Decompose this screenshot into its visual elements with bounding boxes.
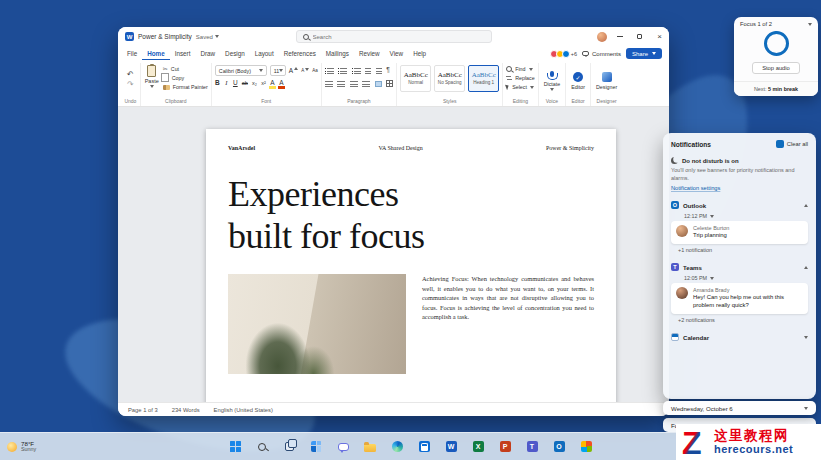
calendar-date-bar[interactable]: Wednesday, October 6	[663, 401, 816, 415]
cut-button[interactable]: ✂ Cut	[163, 66, 208, 72]
language-indicator[interactable]: English (United States)	[214, 407, 273, 413]
notification-settings-link[interactable]: Notification settings	[671, 185, 720, 191]
outlook-group-title[interactable]: Outlook	[683, 202, 800, 209]
tab-view[interactable]: View	[385, 48, 409, 60]
chat-button[interactable]	[334, 437, 352, 457]
designer-button[interactable]: Designer	[594, 71, 619, 90]
search-input[interactable]	[313, 34, 485, 40]
tab-help[interactable]: Help	[408, 48, 431, 60]
increase-indent-icon[interactable]	[376, 68, 382, 74]
strikethrough-button[interactable]: ab	[242, 81, 248, 87]
undo-icon[interactable]: ↶	[127, 71, 134, 80]
stop-audio-button[interactable]: Stop audio	[752, 62, 800, 74]
font-color-button[interactable]: A	[279, 80, 284, 87]
more-notifications-link[interactable]: +2 notifications	[678, 317, 808, 323]
redo-icon[interactable]: ↷	[127, 81, 134, 90]
notification-timestamp[interactable]: 12:05 PM	[684, 275, 808, 281]
change-case-button[interactable]: Aa	[312, 68, 318, 73]
justify-icon[interactable]	[362, 81, 370, 87]
tab-review[interactable]: Review	[354, 48, 385, 60]
coauthor-avatar[interactable]	[562, 50, 570, 58]
notification-timestamp[interactable]: 12:12 PM	[684, 213, 808, 219]
chevron-up-icon[interactable]	[804, 204, 808, 207]
outlook-taskbar-button[interactable]: O	[550, 437, 568, 457]
format-painter-button[interactable]: Format Painter	[163, 84, 208, 90]
font-size-select[interactable]: 11	[270, 65, 286, 76]
page-indicator[interactable]: Page 1 of 3	[128, 407, 158, 413]
weather-widget-button[interactable]: 78°F Sunny	[7, 440, 36, 453]
teams-group-title[interactable]: Teams	[683, 264, 800, 271]
bold-button[interactable]: B	[215, 80, 220, 87]
style-no-spacing[interactable]: AaBbCc No Spacing	[434, 65, 465, 92]
align-center-icon[interactable]	[337, 81, 345, 87]
font-name-select[interactable]: Calibri (Body)	[215, 65, 267, 76]
tab-layout[interactable]: Layout	[250, 48, 279, 60]
decrease-indent-icon[interactable]	[365, 68, 371, 74]
multilevel-list-icon[interactable]	[352, 68, 361, 74]
task-view-button[interactable]	[280, 437, 298, 457]
borders-icon[interactable]	[386, 80, 393, 87]
coauthor-overflow[interactable]: +6	[571, 51, 577, 57]
underline-button[interactable]: U	[233, 80, 238, 87]
style-normal[interactable]: AaBbCc Normal	[400, 65, 431, 92]
teams-taskbar-button[interactable]: T	[523, 437, 541, 457]
excel-taskbar-button[interactable]: X	[469, 437, 487, 457]
document-title[interactable]: Power & Simplicity	[138, 33, 192, 40]
calendar-group-title[interactable]: Calendar	[683, 334, 800, 341]
tab-home[interactable]: Home	[142, 48, 170, 60]
shading-icon[interactable]	[375, 81, 382, 87]
subscript-button[interactable]: x₂	[252, 81, 257, 87]
coauthor-presence[interactable]: +6	[550, 50, 577, 58]
tab-design[interactable]: Design	[220, 48, 250, 60]
maximize-button[interactable]	[632, 29, 647, 44]
minimize-button[interactable]	[612, 29, 627, 44]
document-canvas[interactable]: VanArsdel VA Shared Design Power & Simpl…	[118, 107, 669, 402]
chevron-up-icon[interactable]	[804, 266, 808, 269]
tab-references[interactable]: References	[279, 48, 321, 60]
comments-button[interactable]: Comments	[582, 51, 621, 57]
share-button[interactable]: Share	[626, 48, 662, 59]
copy-button[interactable]: Copy	[163, 75, 208, 82]
file-explorer-button[interactable]	[361, 437, 379, 457]
taskbar-search-button[interactable]	[253, 437, 271, 457]
select-button[interactable]: Select	[506, 84, 534, 90]
save-status[interactable]: Saved	[196, 34, 219, 40]
find-button[interactable]: Find	[506, 66, 534, 72]
start-button[interactable]	[226, 437, 244, 457]
bullets-icon[interactable]	[325, 68, 334, 74]
tab-file[interactable]: File	[122, 48, 142, 60]
teams-notification-card[interactable]: Amanda Brady Hey! Can you help me out wi…	[671, 283, 808, 314]
widgets-button[interactable]	[307, 437, 325, 457]
word-taskbar-button[interactable]: W	[442, 437, 460, 457]
word-count[interactable]: 234 Words	[172, 407, 200, 413]
edge-button[interactable]	[388, 437, 406, 457]
dictate-button[interactable]: Dictate	[542, 70, 563, 91]
numbering-icon[interactable]	[338, 68, 347, 74]
style-heading-1[interactable]: AaBbCc Heading 1	[468, 65, 499, 92]
align-left-icon[interactable]	[325, 81, 333, 87]
text-highlight-button[interactable]: A	[270, 80, 275, 87]
powerpoint-taskbar-button[interactable]: P	[496, 437, 514, 457]
align-right-icon[interactable]	[350, 81, 358, 87]
chevron-down-icon[interactable]	[804, 336, 808, 339]
close-button[interactable]: ×	[652, 29, 667, 44]
shrink-font-button[interactable]: A	[301, 68, 309, 73]
editor-button[interactable]: ✓ Editor	[569, 71, 587, 90]
search-box[interactable]	[296, 30, 492, 43]
tab-insert[interactable]: Insert	[170, 48, 196, 60]
clear-all-button[interactable]: Clear all	[776, 140, 808, 148]
more-notifications-link[interactable]: +1 notification	[678, 247, 808, 253]
superscript-button[interactable]: x²	[261, 81, 266, 87]
outlook-notification-card[interactable]: Celeste Burton Trip planning	[671, 221, 808, 244]
store-button[interactable]	[415, 437, 433, 457]
document-page[interactable]: VanArsdel VA Shared Design Power & Simpl…	[206, 129, 616, 402]
photos-taskbar-button[interactable]	[577, 437, 595, 457]
replace-button[interactable]: Replace	[506, 75, 534, 81]
user-avatar[interactable]	[597, 32, 607, 42]
chevron-down-icon[interactable]	[808, 23, 812, 26]
italic-button[interactable]: I	[224, 80, 229, 87]
show-formatting-icon[interactable]: ¶	[386, 67, 390, 74]
tab-mailings[interactable]: Mailings	[321, 48, 354, 60]
tab-draw[interactable]: Draw	[195, 48, 220, 60]
document-image[interactable]	[228, 274, 406, 374]
